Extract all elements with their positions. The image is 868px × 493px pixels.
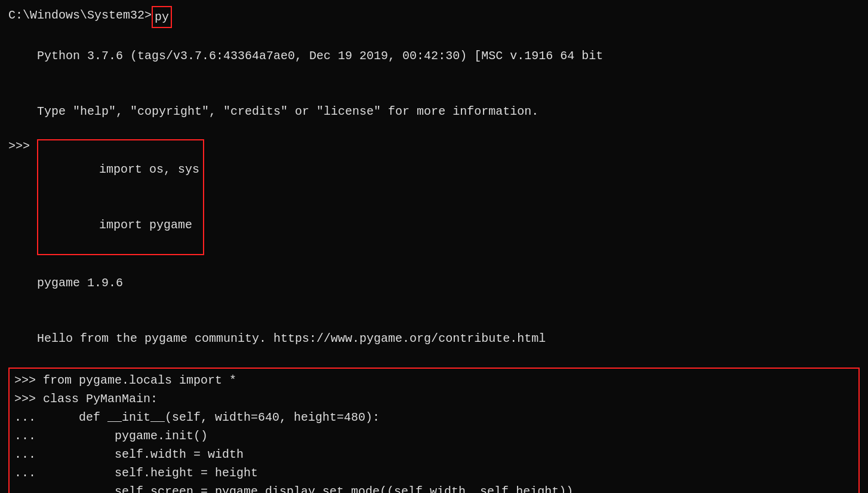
self-width-text: self.width = width [43,445,244,464]
prompt-import1: >>> [8,139,37,153]
prompt-from: >>> [14,371,43,390]
python-version-text: Python 3.7.6 (tags/v3.7.6:43364a7ae0, De… [37,49,603,63]
prompt-class: >>> [14,390,43,408]
def-init-line: ... def __init__(self, width=640, height… [14,408,854,427]
pygame-init-text: pygame.init() [43,427,208,445]
hello-msg-line: Hello from the pygame community. https:/… [8,311,860,366]
self-height-line: ... self.height = height [14,464,854,482]
terminal-window: C:\Windows\System32>py Python 3.7.6 (tag… [0,0,868,493]
pygame-version-line: pygame 1.9.6 [8,255,860,311]
from-pygame-text: from pygame.locals import * [43,371,236,390]
py-command-box: py [152,6,172,28]
class-def-line: >>> class PyManMain: [14,390,854,408]
self-width-line: ... self.width = width [14,445,854,464]
self-height-text: self.height = height [43,464,258,482]
prompt-self-height: ... [14,464,43,482]
pygame-init-line: ... pygame.init() [14,427,854,445]
prompt-def-init: ... [14,408,43,427]
pygame-version-text: pygame 1.9.6 [37,276,123,290]
main-code-block: >>> from pygame.locals import * >>> clas… [8,368,860,493]
self-screen-line: ... self.screen = pygame.display.set_mod… [14,482,854,493]
type-hint-line: Type "help", "copyright", "credits" or "… [8,84,860,139]
python-version-line: Python 3.7.6 (tags/v3.7.6:43364a7ae0, De… [8,28,860,84]
class-def-text: class PyManMain: [43,390,158,408]
def-init-text: def __init__(self, width=640, height=480… [43,408,380,427]
import-os-sys-line: import os, sys [42,142,199,197]
import-pygame-line: import pygame [42,197,199,253]
import-block: >>> import os, sys import pygame [8,139,860,255]
prompt-pygame-init: ... [14,427,43,445]
py-command: py [155,10,169,24]
hello-msg-text: Hello from the pygame community. https:/… [37,332,546,345]
from-pygame-line: >>> from pygame.locals import * [14,371,854,390]
import-os-sys-text: import os, sys [99,163,199,176]
prompt-self-screen: ... [14,482,43,493]
import-pygame-text: import pygame [99,218,192,232]
path-prompt: C:\Windows\System32> [8,6,152,25]
type-hint-text: Type "help", "copyright", "credits" or "… [37,105,538,118]
command-line: C:\Windows\System32>py [8,6,860,28]
import-red-box: import os, sys import pygame [37,139,204,255]
prompt-self-width: ... [14,445,43,464]
self-screen-text: self.screen = pygame.display.set_mode((s… [43,482,573,493]
